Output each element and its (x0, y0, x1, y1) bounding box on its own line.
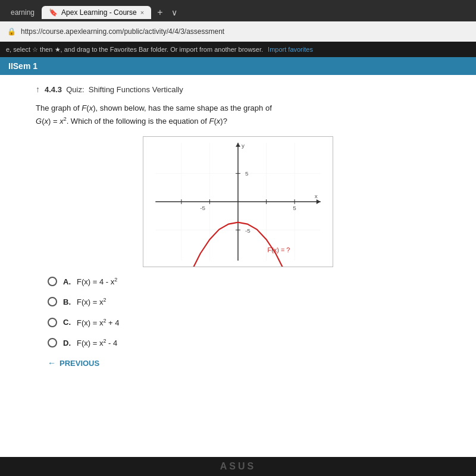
answer-text-b: F(x) = x2 (77, 297, 106, 306)
answer-row-b[interactable]: B. F(x) = x2 (48, 297, 440, 306)
svg-text:-5: -5 (200, 205, 205, 211)
favorites-text: e, select ☆ then ★, and drag to the Favo… (6, 46, 263, 54)
tab-favicon: 🔖 (49, 8, 58, 17)
answer-row-d[interactable]: D. F(x) = x2 - 4 (48, 338, 440, 347)
quiz-title: 4.4.3 Quiz: Shifting Functions Verticall… (45, 85, 183, 94)
sidebar-label: IISem 1 (8, 61, 37, 71)
radio-c[interactable] (48, 318, 57, 327)
answer-label-d: D. (63, 339, 71, 347)
radio-a[interactable] (48, 277, 57, 286)
address-text: https://course.apexlearning.com/public/a… (21, 27, 224, 36)
quiz-topic: Shifting Functions Vertically (89, 85, 183, 94)
browser-chrome: earning 🔖 Apex Learning - Course × + ∨ 🔒… (0, 0, 476, 57)
import-favorites-link[interactable]: Import favorites (268, 46, 313, 53)
answer-label-b: B. (63, 298, 71, 306)
answer-text-a: F(x) = 4 - x2 (77, 277, 117, 286)
svg-text:x: x (315, 193, 318, 199)
quiz-type: Quiz: (66, 85, 84, 94)
tab-bar: earning 🔖 Apex Learning - Course × + ∨ (0, 0, 476, 21)
previous-arrow-icon: ← (48, 358, 56, 368)
previous-label: PREVIOUS (60, 359, 99, 368)
answer-text-d: F(x) = x2 - 4 (77, 338, 117, 347)
quiz-arrow-icon: ↑ (36, 84, 40, 94)
lock-icon: 🔒 (7, 27, 16, 36)
answer-text-c: F(x) = x2 + 4 (77, 318, 119, 327)
favorites-bar: e, select ☆ then ★, and drag to the Favo… (0, 42, 476, 57)
svg-text:y: y (242, 142, 245, 149)
quiz-number: 4.4.3 (45, 85, 62, 94)
graph-container: -5 5 5 -5 x y F(x) = ? (143, 136, 333, 267)
previous-button[interactable]: ← PREVIOUS (36, 358, 440, 368)
radio-d[interactable] (48, 338, 57, 347)
taskbar-brand: ASUS (220, 461, 256, 472)
taskbar: ASUS (0, 457, 476, 476)
svg-text:-5: -5 (245, 227, 250, 233)
sidebar-header: IISem 1 (0, 57, 476, 75)
tab-close-icon[interactable]: × (140, 9, 144, 16)
answers-container: A. F(x) = 4 - x2 B. F(x) = x2 C. F(x) = … (36, 277, 440, 347)
tab-dropdown-icon[interactable]: ∨ (169, 8, 177, 17)
svg-text:F(x) = ?: F(x) = ? (268, 246, 290, 253)
address-bar: 🔒 https://course.apexlearning.com/public… (0, 21, 476, 42)
tab-inactive[interactable]: earning (4, 6, 42, 19)
answer-row-a[interactable]: A. F(x) = 4 - x2 (48, 277, 440, 286)
tab-active[interactable]: 🔖 Apex Learning - Course × (42, 6, 151, 19)
answer-row-c[interactable]: C. F(x) = x2 + 4 (48, 318, 440, 327)
answer-label-c: C. (63, 318, 71, 327)
quiz-header: ↑ 4.4.3 Quiz: Shifting Functions Vertica… (36, 81, 440, 94)
page-content: IISem 1 ↑ 4.4.3 Quiz: Shifting Functions… (0, 57, 476, 457)
graph-svg: -5 5 5 -5 x y F(x) = ? (143, 137, 333, 267)
svg-text:5: 5 (245, 170, 249, 177)
question-text: The graph of F(x), shown below, has the … (36, 102, 440, 128)
svg-text:5: 5 (293, 205, 296, 211)
radio-b[interactable] (48, 297, 57, 306)
tab-active-label: Apex Learning - Course (61, 8, 137, 17)
new-tab-button[interactable]: + (151, 5, 168, 20)
tab-inactive-label: earning (11, 8, 35, 17)
answer-label-a: A. (63, 277, 71, 286)
quiz-container: ↑ 4.4.3 Quiz: Shifting Functions Vertica… (0, 75, 476, 380)
